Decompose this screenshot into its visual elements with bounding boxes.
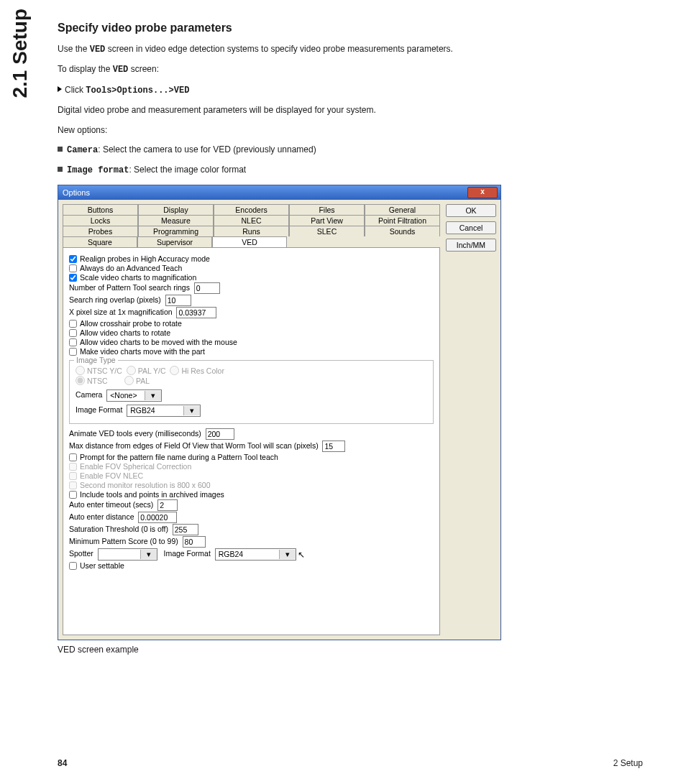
label-fov-nlec: Enable FOV NLEC (80, 471, 143, 480)
label-auto-distance: Auto enter distance (69, 512, 134, 521)
label-user-settable: User settable (80, 561, 124, 570)
checkbox-charts-mouse[interactable] (69, 338, 77, 346)
radio-hires (170, 366, 179, 375)
label-advanced-teach: Always do an Advanced Teach (80, 264, 182, 272)
tab-measure[interactable]: Measure (138, 215, 214, 226)
input-max-distance[interactable] (322, 441, 345, 452)
label-hires: Hi Res Color (181, 366, 224, 375)
dialog-screenshot: Options x Buttons Display Encoders Files… (58, 185, 501, 640)
input-ring-overlap[interactable] (165, 295, 191, 306)
input-min-pattern[interactable] (183, 536, 206, 548)
radio-pal-yc (127, 366, 136, 375)
tab-part-view[interactable]: Part View (289, 215, 365, 226)
checkbox-include-tools[interactable] (69, 491, 77, 499)
bullet-image-format: Image format: Select the image color for… (58, 164, 503, 177)
label-realign: Realign probes in High Accuracy mode (80, 254, 210, 263)
tab-encoders[interactable]: Encoders (214, 204, 289, 215)
checkbox-charts-part[interactable] (69, 348, 77, 356)
tab-runs[interactable]: Runs (214, 226, 289, 236)
select-camera[interactable]: <None>▾ (106, 389, 162, 402)
figure-caption: VED screen example (58, 645, 503, 655)
checkbox-charts-rotate[interactable] (69, 329, 77, 337)
input-search-rings[interactable] (194, 282, 220, 294)
tab-slec[interactable]: SLEC (289, 226, 365, 236)
dialog-titlebar[interactable]: Options x (58, 185, 500, 200)
tab-sounds[interactable]: Sounds (365, 226, 440, 236)
label-image-format: Image Format (76, 405, 122, 414)
inch-mm-button[interactable]: Inch/MM (446, 239, 496, 252)
label-pal-yc: PAL Y/C (138, 366, 166, 375)
label-charts-mouse: Allow video charts to be moved with the … (80, 338, 237, 346)
cursor-icon: ↖ (298, 550, 305, 560)
chevron-down-icon: ▾ (279, 550, 296, 559)
page-footer: 84 2 Setup (58, 758, 643, 768)
close-icon[interactable]: x (467, 187, 498, 198)
checkbox-scale-charts[interactable] (69, 274, 77, 282)
label-charts-part: Make video charts move with the part (80, 347, 205, 356)
chapter-label: 2 Setup (613, 758, 643, 768)
select-image-format[interactable]: RGB24▾ (127, 405, 201, 417)
tab-display[interactable]: Display (138, 204, 214, 215)
tab-buttons[interactable]: Buttons (63, 204, 138, 215)
checkbox-crosshair-rotate[interactable] (69, 320, 77, 328)
tab-programming[interactable]: Programming (138, 226, 214, 236)
label-spotter-image-format: Image Format (163, 549, 210, 558)
label-charts-rotate: Allow video charts to rotate (80, 328, 170, 337)
checkbox-advanced-teach[interactable] (69, 264, 77, 272)
new-options-label: New options: (58, 124, 503, 137)
label-scale-charts: Scale video charts to magnification (80, 273, 196, 282)
legend-image-type: Image Type (74, 356, 118, 364)
label-include-tools: Include tools and points in archived ima… (80, 490, 224, 499)
tab-strip: Buttons Display Encoders Files General L… (63, 204, 440, 247)
tab-supervisor[interactable]: Supervisor (137, 236, 212, 247)
checkbox-second-monitor (69, 481, 77, 489)
radio-pal (124, 376, 134, 385)
group-image-type: Image Type NTSC Y/C PAL Y/C Hi Res Color… (69, 360, 434, 424)
label-spotter: Spotter (69, 549, 93, 558)
input-saturation[interactable] (173, 524, 198, 535)
label-ntsc: NTSC (87, 377, 108, 385)
input-auto-distance[interactable] (138, 512, 177, 523)
result-paragraph: Digital video probe and measurement para… (58, 104, 503, 116)
tab-probes[interactable]: Probes (63, 226, 138, 236)
ok-button[interactable]: OK (446, 204, 496, 217)
radio-ntsc-yc (76, 366, 85, 375)
checkbox-realign[interactable] (69, 255, 77, 263)
tab-point-filtration[interactable]: Point Filtration (365, 215, 440, 226)
radio-ntsc (76, 376, 85, 385)
tab-ved[interactable]: VED (212, 236, 287, 247)
page-number: 84 (58, 758, 67, 768)
checkbox-fov-nlec (69, 472, 77, 480)
select-spotter-image-format[interactable]: RGB24▾ (215, 548, 296, 561)
label-fov-spherical: Enable FOV Spherical Correction (80, 462, 191, 471)
intro-paragraph: Use the VED screen in video edge detecti… (58, 43, 503, 56)
label-x-pixel-size: X pixel size at 1x magnification (69, 308, 173, 316)
tab-square[interactable]: Square (63, 236, 137, 247)
cancel-button[interactable]: Cancel (446, 221, 496, 234)
label-crosshair-rotate: Allow crosshair probe to rotate (80, 319, 182, 328)
label-saturation: Saturation Threshold (0 is off) (69, 525, 168, 533)
tab-nlec[interactable]: NLEC (214, 215, 289, 226)
input-x-pixel-size[interactable] (176, 307, 216, 318)
checkbox-user-settable[interactable] (69, 562, 77, 570)
step-click: Click Tools>Options...>VED (58, 84, 503, 97)
input-animate[interactable] (206, 428, 234, 440)
tab-files[interactable]: Files (289, 204, 365, 215)
page-heading: Specify video probe parameters (58, 22, 503, 34)
chevron-down-icon: ▾ (183, 406, 200, 415)
select-spotter[interactable]: ▾ (98, 548, 157, 561)
checkbox-fov-spherical (69, 463, 77, 471)
label-search-rings: Number of Pattern Tool search rings (69, 283, 190, 292)
square-bullet-icon (58, 147, 63, 152)
label-ring-overlap: Search ring overlap (pixels) (69, 295, 161, 304)
label-pal: PAL (136, 377, 150, 385)
dialog-title: Options (58, 188, 90, 197)
checkbox-prompt-pattern[interactable] (69, 453, 77, 461)
bullet-camera: Camera: Select the camera to use for VED… (58, 144, 503, 157)
input-auto-timeout[interactable] (157, 499, 178, 511)
tab-locks[interactable]: Locks (63, 215, 138, 226)
label-animate: Animate VED tools every (milliseconds) (69, 429, 201, 438)
tab-general[interactable]: General (365, 204, 440, 215)
label-max-distance: Max distance from edges of Field Of View… (69, 441, 319, 450)
label-prompt-pattern: Prompt for the pattern file name during … (80, 453, 278, 461)
